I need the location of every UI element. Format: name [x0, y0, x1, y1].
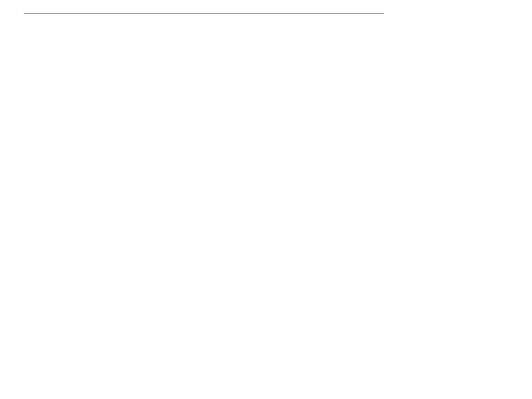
slide	[0, 0, 532, 399]
title-underline	[24, 13, 384, 14]
